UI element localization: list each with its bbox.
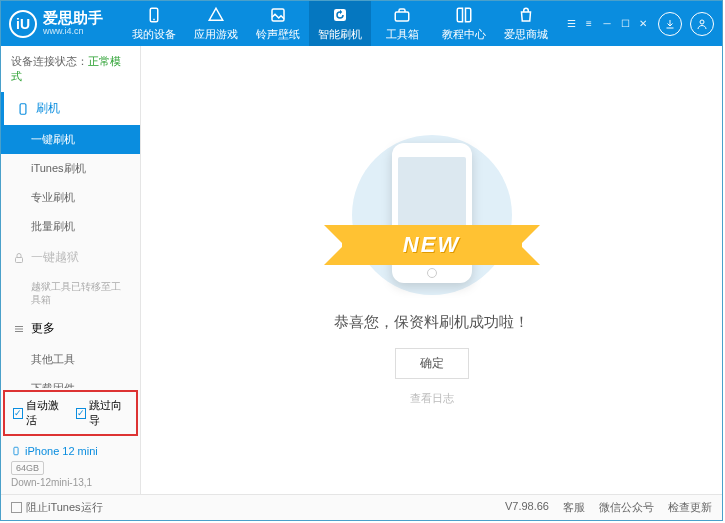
nav-tutorial[interactable]: 教程中心 [433,1,495,46]
sidebar-item-itunes[interactable]: iTunes刷机 [1,154,140,183]
storage-badge: 64GB [11,461,44,475]
maximize-icon[interactable]: ☐ [618,17,632,31]
sidebar-item-pro[interactable]: 专业刷机 [1,183,140,212]
sidebar-section-more[interactable]: 更多 [1,312,140,345]
user-icon [696,18,708,30]
logo-icon: iU [9,10,37,38]
download-icon [664,18,676,30]
device-info: iPhone 12 mini 64GB Down-12mini-13,1 [1,438,140,494]
sidebar: 设备连接状态：正常模式 刷机 一键刷机 iTunes刷机 专业刷机 批量刷机 一… [1,46,141,494]
sidebar-item-other[interactable]: 其他工具 [1,345,140,374]
sidebar-section-flash[interactable]: 刷机 [1,92,140,125]
svg-rect-7 [16,257,23,262]
main-content: NEW 恭喜您，保资料刷机成功啦！ 确定 查看日志 [141,46,722,494]
nav-ringtone[interactable]: 铃声壁纸 [247,1,309,46]
svg-rect-4 [395,12,409,21]
user-button[interactable] [690,12,714,36]
auto-activate-checkbox[interactable]: ✓自动激活 [13,398,66,428]
jailbreak-note: 越狱工具已转移至工具箱 [1,274,140,312]
svg-rect-6 [20,103,26,114]
close-icon[interactable]: ✕ [636,17,650,31]
phone-icon [145,6,163,24]
toolbox-icon [393,6,411,24]
settings-icon[interactable]: ≡ [582,17,596,31]
nav-flash[interactable]: 智能刷机 [309,1,371,46]
update-link[interactable]: 检查更新 [668,500,712,515]
book-icon [455,6,473,24]
nav-my-device[interactable]: 我的设备 [123,1,185,46]
sidebar-section-jailbreak[interactable]: 一键越狱 [1,241,140,274]
store-icon [517,6,535,24]
sidebar-item-batch[interactable]: 批量刷机 [1,212,140,241]
phone-icon [11,444,21,458]
phone-icon [16,102,30,116]
menu-icon[interactable]: ☰ [564,17,578,31]
brand-url: www.i4.cn [43,27,103,37]
success-illustration: NEW [352,135,512,295]
nav-apps[interactable]: 应用游戏 [185,1,247,46]
wechat-link[interactable]: 微信公众号 [599,500,654,515]
view-log-link[interactable]: 查看日志 [410,391,454,406]
ok-button[interactable]: 确定 [395,348,469,379]
menu-icon [13,323,25,335]
svg-point-5 [700,20,704,24]
wallpaper-icon [269,6,287,24]
apps-icon [207,6,225,24]
title-bar: iU 爱思助手 www.i4.cn 我的设备 应用游戏 铃声壁纸 智能刷机 工具… [1,1,722,46]
success-message: 恭喜您，保资料刷机成功啦！ [334,313,529,332]
skip-guide-checkbox[interactable]: ✓跳过向导 [76,398,129,428]
device-model: Down-12mini-13,1 [11,477,130,488]
lock-icon [13,252,25,264]
refresh-icon [331,6,349,24]
download-button[interactable] [658,12,682,36]
version-label: V7.98.66 [505,500,549,515]
ribbon-text: NEW [403,232,460,258]
sidebar-item-oneclick[interactable]: 一键刷机 [1,125,140,154]
support-link[interactable]: 客服 [563,500,585,515]
nav-store[interactable]: 爱思商城 [495,1,557,46]
options-panel: ✓自动激活 ✓跳过向导 [3,390,138,436]
nav-toolbox[interactable]: 工具箱 [371,1,433,46]
sidebar-item-firmware[interactable]: 下载固件 [1,374,140,388]
footer: 阻止iTunes运行 V7.98.66 客服 微信公众号 检查更新 [1,494,722,520]
device-name[interactable]: iPhone 12 mini [11,444,130,458]
minimize-icon[interactable]: ─ [600,17,614,31]
block-itunes-checkbox[interactable]: 阻止iTunes运行 [11,500,103,515]
main-nav: 我的设备 应用游戏 铃声壁纸 智能刷机 工具箱 教程中心 爱思商城 [123,1,557,46]
brand: iU 爱思助手 www.i4.cn [9,10,103,38]
connection-status: 设备连接状态：正常模式 [1,46,140,92]
brand-name: 爱思助手 [43,10,103,27]
svg-rect-11 [14,447,18,455]
